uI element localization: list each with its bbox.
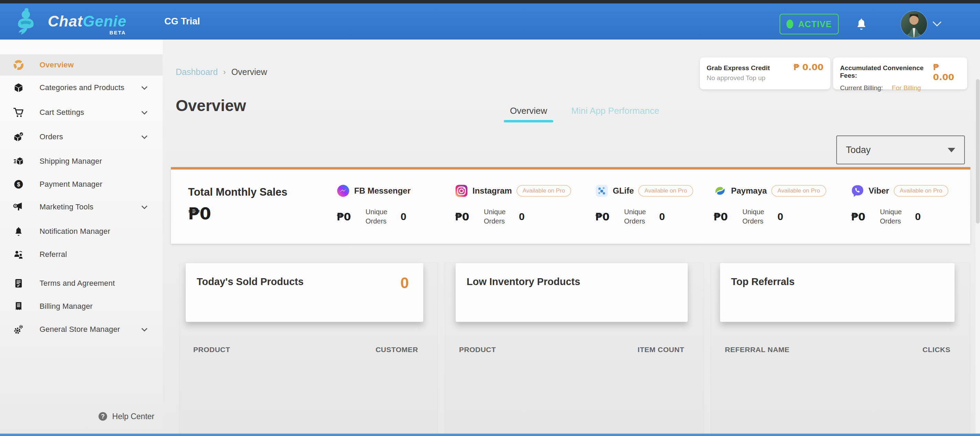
top-referrals-card[interactable]: Top Referrals (720, 263, 955, 322)
sales-title: Total Monthly Sales (188, 186, 288, 198)
sidebar-item-label: Payment Manager (40, 180, 102, 189)
available-on-pro-badge: Available on Pro (517, 185, 571, 197)
genie-mascot-icon (11, 7, 40, 36)
column-header-clicks: CLICKS (923, 345, 950, 354)
sidebar-item-general-store-manager[interactable]: General Store Manager (0, 319, 163, 340)
breadcrumb: Dashboard › Overview (176, 67, 267, 77)
sidebar-item-referral[interactable]: Referral (0, 244, 163, 265)
sidebar-item-label: Terms and Agreement (40, 279, 115, 288)
tab-overview[interactable]: Overview (510, 105, 547, 123)
scrollbar-thumb[interactable] (976, 79, 980, 223)
brand-logo[interactable]: ChatGenie BETA (11, 7, 127, 36)
notifications-button[interactable] (854, 14, 869, 34)
channel-name: Viber (869, 186, 889, 196)
channel-name: Instagram (473, 186, 512, 196)
sidebar-item-payment-manager[interactable]: $ Payment Manager (0, 173, 163, 195)
sidebar-item-label: Shipping Manager (40, 157, 102, 166)
user-avatar[interactable] (901, 11, 927, 37)
chevron-down-icon[interactable] (140, 325, 149, 334)
sidebar-item-terms-and-agreement[interactable]: Terms and Agreement (0, 273, 163, 294)
info-card-title: Accumulated Convenience Fees: (840, 64, 933, 80)
sidebar-item-marketing-tools[interactable]: Marketing Tools (0, 196, 163, 218)
info-card-note: No approved Top up (706, 74, 824, 82)
column-header-customer: CUSTOMER (375, 345, 418, 354)
beta-label: BETA (109, 30, 126, 35)
column-header-referral-name: REFERRAL NAME (725, 345, 789, 354)
breadcrumb-dashboard-link[interactable]: Dashboard (176, 67, 218, 77)
channel-glife: GLife Available on Pro ₱0 Unique Orders … (595, 183, 693, 226)
available-on-pro-badge: Available on Pro (638, 185, 693, 197)
tab-mini-app-performance[interactable]: Mini App Performance (571, 105, 659, 123)
status-dot-icon (786, 20, 793, 29)
channel-name: Paymaya (731, 186, 767, 196)
help-center-link[interactable]: ? Help Center (0, 407, 163, 425)
unique-orders-label: Unique Orders (484, 207, 514, 226)
sidebar-item-billing-manager[interactable]: Billing Manager (0, 296, 163, 317)
chevron-down-icon[interactable] (140, 108, 149, 117)
breadcrumb-current: Overview (231, 67, 267, 77)
chevron-down-icon[interactable] (140, 83, 149, 92)
tab-bar: Overview Mini App Performance (510, 105, 659, 123)
sidebar-item-label: Overview (40, 60, 73, 70)
channel-fb-messenger: FB Messenger ₱0 Unique Orders 0 (337, 183, 410, 226)
for-billing-link[interactable]: For Billing (892, 84, 921, 92)
sidebar-item-overview[interactable]: Overview (0, 54, 163, 76)
sidebar-item-notification-manager[interactable]: Notification Manager (0, 221, 163, 242)
channel-amount: ₱0 (595, 211, 624, 223)
channel-name: FB Messenger (354, 186, 410, 196)
channel-amount: ₱0 (851, 211, 880, 223)
chevron-down-icon[interactable] (140, 202, 149, 212)
app-window: ChatGenie BETA CG Trial ACTIVE (0, 0, 980, 436)
column-header-product: PRODUCT (459, 345, 496, 354)
sidebar-item-label: Categories and Products (40, 83, 124, 92)
sidebar-item-categories-and-products[interactable]: Categories and Products (0, 77, 163, 98)
stat-card-title: Top Referrals (731, 276, 795, 288)
unique-orders-label: Unique Orders (880, 207, 910, 226)
chevron-down-icon[interactable] (140, 132, 149, 141)
available-on-pro-badge: Available on Pro (894, 185, 949, 197)
svg-text:?: ? (101, 413, 105, 420)
shipping-box-icon (13, 156, 24, 167)
channel-viber: Viber Available on Pro ₱0 Unique Orders … (851, 183, 948, 226)
page-title: Overview (176, 96, 246, 115)
current-billing-label: Current Billing: (840, 84, 883, 92)
stat-card-title: Today's Sold Products (197, 276, 304, 288)
bottom-border-strip (0, 433, 980, 436)
status-badge[interactable]: ACTIVE (780, 14, 839, 34)
column-header-product: PRODUCT (193, 345, 230, 354)
stat-card-count: 0 (401, 276, 409, 290)
channel-amount: ₱0 (337, 211, 366, 223)
low-inventory-products-card[interactable]: Low Inventory Products (456, 263, 688, 322)
select-caret-icon (948, 148, 955, 152)
help-center-label: Help Center (112, 412, 154, 421)
sidebar-item-orders[interactable]: Orders (0, 126, 163, 148)
scrollbar[interactable] (975, 79, 980, 436)
account-menu-chevron-icon[interactable] (932, 21, 942, 27)
receipt-icon (13, 301, 24, 312)
bell-icon (13, 226, 24, 237)
info-card-title: Grab Express Credit (706, 64, 770, 72)
main-content: Dashboard › Overview Grab Express Credit… (163, 40, 980, 434)
convenience-fees-card[interactable]: Accumulated Convenience Fees: ₱ 0.00 Cur… (833, 57, 967, 89)
sales-total-amount: ₱0 (188, 204, 288, 223)
topbar: ChatGenie BETA CG Trial ACTIVE (0, 3, 980, 40)
column-header-item-count: ITEM COUNT (638, 345, 684, 354)
channel-instagram: Instagram Available on Pro ₱0 Unique Ord… (455, 183, 571, 226)
megaphone-icon (13, 202, 24, 213)
unique-orders-count: 0 (659, 211, 665, 223)
unique-orders-count: 0 (519, 211, 525, 223)
unique-orders-count: 0 (401, 211, 406, 223)
sidebar-item-cart-settings[interactable]: Cart Settings (0, 102, 163, 123)
date-range-select[interactable]: Today (836, 135, 965, 164)
sidebar-item-shipping-manager[interactable]: Shipping Manager (0, 151, 163, 172)
bell-icon (855, 17, 867, 31)
unique-orders-label: Unique Orders (624, 207, 654, 226)
workspace-name: CG Trial (164, 3, 200, 40)
brand-text-chat: Chat (48, 13, 83, 30)
box-check-icon (13, 131, 24, 142)
unique-orders-count: 0 (778, 211, 783, 223)
todays-sold-products-card[interactable]: Today's Sold Products 0 (186, 263, 423, 322)
donut-icon (13, 59, 24, 70)
grab-express-credit-card[interactable]: Grab Express Credit ₱ 0.00 No approved T… (700, 57, 830, 89)
messenger-icon (337, 184, 350, 197)
